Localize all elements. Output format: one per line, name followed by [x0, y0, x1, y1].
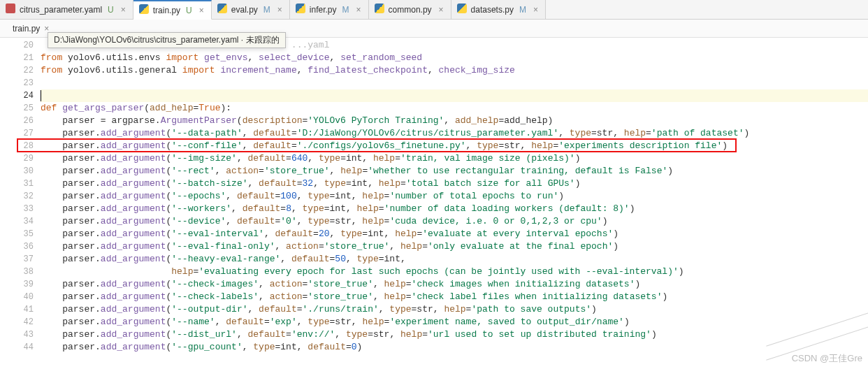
tab-eval[interactable]: eval.py M × — [212, 0, 290, 19]
close-icon[interactable]: × — [277, 5, 282, 15]
vcs-status: M — [519, 5, 526, 15]
yaml-icon — [6, 3, 15, 15]
close-icon[interactable]: × — [121, 5, 126, 15]
code-editor[interactable]: 2021222324252627282930313233343536373839… — [0, 38, 868, 369]
python-icon — [217, 3, 227, 15]
vcs-status: M — [263, 5, 270, 15]
tab-citrus-parameter[interactable]: citrus_parameter.yaml U × — [0, 0, 133, 19]
close-icon[interactable]: × — [533, 5, 538, 15]
tab-infer[interactable]: infer.py M × — [290, 0, 369, 19]
tab-tooltip: D:\JiaWong\YOLOv6\citrus\citrus_paramete… — [48, 32, 286, 48]
tab-label: citrus_parameter.yaml — [20, 5, 102, 15]
tab-label: common.py — [389, 5, 432, 15]
subtab-label[interactable]: train.py — [13, 24, 40, 34]
tab-common[interactable]: common.py × — [369, 0, 451, 19]
python-icon — [375, 3, 384, 15]
python-icon — [457, 3, 467, 15]
line-number-gutter: 2021222324252627282930313233343536373839… — [0, 38, 41, 369]
editor-tabs-bar: citrus_parameter.yaml U × train.py U × e… — [0, 0, 868, 20]
close-icon[interactable]: × — [199, 6, 204, 15]
tab-label: train.py — [153, 6, 180, 15]
vcs-status: U — [108, 5, 114, 15]
code-area[interactable]: ...yamlfrom yolov6.utils.envs import get… — [41, 38, 868, 369]
tab-train[interactable]: train.py U × — [133, 0, 212, 20]
tab-datasets[interactable]: datasets.py M × — [451, 0, 546, 19]
python-icon — [139, 4, 149, 16]
close-icon[interactable]: × — [439, 5, 444, 15]
python-icon — [296, 3, 305, 15]
tab-label: eval.py — [231, 5, 258, 15]
vcs-status: M — [342, 5, 349, 15]
tab-label: datasets.py — [471, 5, 514, 15]
close-icon[interactable]: × — [356, 5, 361, 15]
tab-label: infer.py — [310, 5, 337, 15]
vcs-status: U — [186, 6, 192, 15]
